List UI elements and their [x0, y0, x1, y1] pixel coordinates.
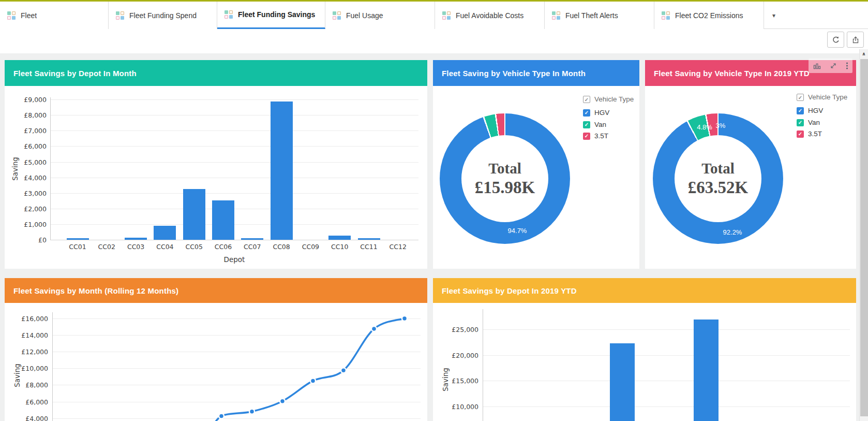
- tab-fleet-funding-savings[interactable]: Fleet Funding Savings: [217, 2, 325, 29]
- y-tick-label: £20,000: [452, 351, 478, 359]
- slice-percent-label: 3%: [716, 122, 726, 129]
- line-data-point[interactable]: [371, 326, 377, 331]
- tab-label: Fuel Avoidable Costs: [456, 11, 523, 20]
- line-data-point[interactable]: [310, 378, 316, 383]
- tab-label: Fleet Funding Spend: [129, 11, 197, 20]
- legend-label: 3.5T: [808, 130, 822, 138]
- gridline: [50, 224, 418, 225]
- y-tick-label: £15,000: [452, 377, 478, 385]
- x-tick-label: CC07: [244, 243, 261, 251]
- panel-header: Fleet Savings by Month (Rolling 12 Month…: [5, 278, 427, 303]
- bar-cc01[interactable]: [67, 238, 89, 240]
- tab-fleet[interactable]: Fleet: [0, 2, 109, 29]
- tab-fleet-co2-emissions[interactable]: Fleet CO2 Emissions: [654, 2, 764, 29]
- bar-cc05[interactable]: [183, 189, 205, 240]
- panel-hover-toolbar: [809, 59, 852, 73]
- legend-title-checkbox[interactable]: ✓: [797, 94, 804, 101]
- tab-fuel-theft-alerts[interactable]: Fuel Theft Alerts: [545, 2, 654, 29]
- bar-chart-depot-ytd: £10,000£15,000£20,000£25,000Saving: [433, 303, 856, 421]
- legend-label: Vehicle Type: [594, 95, 634, 103]
- y-axis-line: [483, 309, 483, 421]
- bar[interactable]: [694, 320, 719, 421]
- donut-center: Total£15.98K: [461, 135, 548, 222]
- dashboard-app: FleetFleet Funding SpendFleet Funding Sa…: [0, 0, 868, 421]
- legend-checkbox-hgv[interactable]: ✓: [583, 109, 590, 117]
- line-series: [5, 303, 427, 421]
- line-data-point[interactable]: [219, 414, 224, 419]
- line-data-point[interactable]: [402, 316, 407, 321]
- tab-overflow-caret[interactable]: ▾: [772, 2, 775, 29]
- x-tick-label: CC01: [69, 243, 86, 251]
- legend-row: ✓Van: [583, 121, 606, 128]
- panel-title: Fleet Savings by Depot In Month: [13, 69, 137, 78]
- dashboard-grid-icon: [333, 11, 341, 20]
- share-button[interactable]: [847, 32, 864, 48]
- scrollbar-thumb[interactable]: [860, 59, 868, 416]
- bar-cc06[interactable]: [212, 200, 234, 240]
- dashboard-grid-icon: [552, 11, 560, 20]
- bar-cc10[interactable]: [328, 236, 351, 240]
- column-chart-icon[interactable]: [813, 62, 821, 70]
- scrollbar-up-arrow[interactable]: ∧: [860, 50, 868, 58]
- legend-row: ✓Vehicle Type: [583, 95, 634, 103]
- x-axis-line: [50, 240, 418, 240]
- x-tick-label: CC12: [390, 243, 407, 251]
- line-data-point[interactable]: [341, 368, 346, 373]
- tab-label: Fuel Theft Alerts: [565, 11, 618, 20]
- donut-total-value: £15.98K: [475, 178, 535, 197]
- panel-title: Fleet Savings by Month (Rolling 12 Month…: [13, 286, 178, 295]
- panel-saving-by-vehicle-type-month: Fleet Saving by Vehicle Type In Month To…: [433, 60, 639, 269]
- bar-cc11[interactable]: [358, 238, 380, 240]
- tab-fuel-avoidable-costs[interactable]: Fuel Avoidable Costs: [435, 2, 545, 29]
- legend-checkbox-3-5t[interactable]: ✓: [797, 130, 804, 138]
- share-icon: [851, 36, 860, 44]
- tab-label: Fuel Usage: [346, 11, 383, 20]
- y-axis-line: [50, 97, 51, 240]
- panel-title: Fleet Saving by Vehicle Type In 2019 YTD: [654, 69, 810, 78]
- y-tick-label: £4,000: [24, 173, 47, 181]
- x-axis-title: Depot: [224, 255, 245, 264]
- bar-cc08[interactable]: [271, 101, 293, 240]
- y-tick-label: £7,000: [24, 127, 47, 135]
- bar-cc03[interactable]: [125, 238, 147, 240]
- legend-row: ✓HGV: [797, 107, 823, 114]
- refresh-button[interactable]: [827, 32, 844, 48]
- legend-checkbox-3-5t[interactable]: ✓: [583, 133, 590, 140]
- legend-checkbox-van[interactable]: ✓: [583, 121, 590, 128]
- y-tick-label: £0: [38, 236, 47, 244]
- panel-title: Fleet Saving by Vehicle Type In Month: [442, 69, 586, 78]
- bar-chart-depot-month: £0£1,000£2,000£3,000£4,000£5,000£6,000£7…: [5, 86, 427, 269]
- x-tick-label: CC10: [331, 243, 348, 251]
- legend-row: ✓Vehicle Type: [797, 93, 847, 101]
- expand-icon[interactable]: [830, 62, 837, 69]
- y-tick-label: £6,000: [24, 142, 47, 150]
- gridline: [50, 99, 418, 100]
- x-tick-label: CC03: [127, 243, 144, 251]
- line-data-point[interactable]: [249, 409, 255, 414]
- bar-cc04[interactable]: [154, 226, 176, 240]
- legend-label: Vehicle Type: [808, 93, 847, 101]
- legend-checkbox-van[interactable]: ✓: [797, 119, 804, 126]
- y-tick-label: £2,000: [24, 205, 47, 212]
- gridline: [483, 355, 850, 356]
- bar-cc07[interactable]: [241, 238, 263, 240]
- legend-label: HGV: [594, 109, 609, 117]
- gridline: [483, 381, 850, 381]
- tab-fuel-usage[interactable]: Fuel Usage: [325, 2, 435, 29]
- gridline: [50, 115, 418, 115]
- legend-checkbox-hgv[interactable]: ✓: [797, 107, 804, 114]
- panel-savings-by-depot-month: Fleet Savings by Depot In Month £0£1,000…: [5, 60, 427, 269]
- tab-fleet-funding-spend[interactable]: Fleet Funding Spend: [109, 2, 217, 29]
- x-tick-label: CC05: [186, 243, 203, 251]
- gridline: [50, 193, 418, 194]
- legend-label: Van: [594, 121, 606, 128]
- vertical-scrollbar[interactable]: ∧: [859, 49, 868, 421]
- donut-chart-vehicle-type-ytd: Total£63.52K92.2%4.8%3%✓Vehicle Type✓HGV…: [645, 86, 856, 269]
- panel-header: Fleet Savings by Depot In 2019 YTD: [433, 278, 856, 303]
- bar[interactable]: [610, 343, 635, 421]
- x-tick-label: CC09: [302, 243, 319, 251]
- line-data-point[interactable]: [280, 399, 285, 404]
- legend-title-checkbox[interactable]: ✓: [583, 96, 590, 103]
- more-options-icon[interactable]: [846, 62, 848, 70]
- legend-label: HGV: [808, 107, 823, 114]
